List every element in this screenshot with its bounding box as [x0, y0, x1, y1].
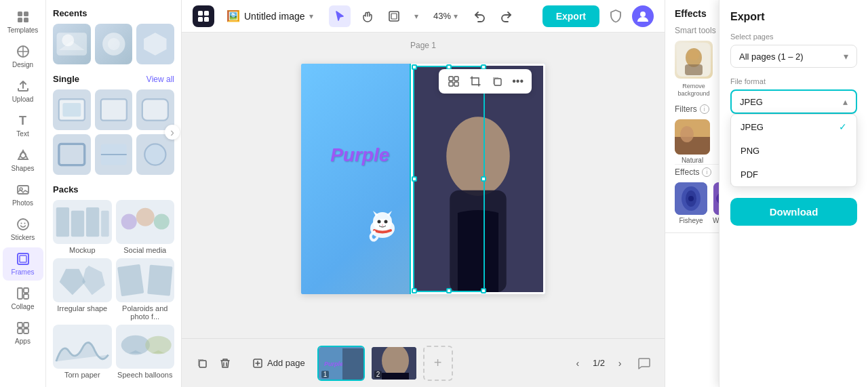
sidebar-item-photos[interactable]: Photos — [3, 178, 43, 211]
chat-button[interactable] — [635, 354, 654, 373]
list-item[interactable] — [136, 24, 174, 64]
sidebar-item-templates[interactable]: Templates — [3, 5, 43, 39]
sidebar-item-text[interactable]: T Text — [3, 109, 43, 142]
canvas-text-purple[interactable]: Purple — [330, 144, 389, 166]
sidebar-item-stickers[interactable]: Stickers — [3, 213, 43, 246]
shield-button[interactable] — [605, 5, 627, 27]
filter-fisheye[interactable]: Fisheye — [675, 182, 707, 224]
frame-select-button[interactable] — [383, 5, 405, 27]
list-item[interactable] — [95, 89, 133, 130]
float-crop-button[interactable] — [466, 72, 485, 91]
redo-button[interactable] — [496, 5, 517, 27]
list-item[interactable] — [136, 89, 174, 130]
project-name: Untitled image — [244, 11, 305, 22]
float-toolbar: ••• — [439, 69, 532, 94]
svg-rect-14 — [24, 294, 28, 299]
page-counter: 1/2 — [593, 358, 605, 368]
project-title[interactable]: 🖼️ Untitled image ▾ — [221, 7, 319, 25]
svg-rect-12 — [18, 288, 22, 299]
sidebar-item-frames[interactable]: Frames — [3, 247, 43, 281]
canvas-page[interactable]: ••• Purple — [301, 64, 545, 294]
sidebar-item-shapes[interactable]: Shapes — [3, 144, 43, 177]
pack-label: Irregular shape — [53, 304, 112, 312]
shapes-icon — [16, 148, 31, 163]
sidebar-item-upload[interactable]: Upload — [3, 75, 43, 108]
next-page-button[interactable]: › — [610, 354, 629, 373]
list-item[interactable] — [53, 89, 91, 130]
float-copy-button[interactable] — [488, 72, 507, 91]
svg-point-31 — [145, 144, 166, 165]
design-icon — [16, 44, 31, 59]
add-page-thumb[interactable]: + — [423, 346, 453, 381]
float-grid-button[interactable] — [444, 72, 463, 91]
file-format-dropdown[interactable]: JPEG ▴ — [730, 89, 857, 114]
svg-rect-35 — [101, 211, 109, 237]
all-pages-dropdown[interactable]: All pages (1 – 2) ▾ — [730, 45, 857, 68]
list-item[interactable] — [95, 24, 133, 64]
list-item[interactable] — [136, 134, 174, 175]
logo-button[interactable] — [193, 5, 214, 27]
svg-text:Purple: Purple — [324, 361, 343, 367]
hand-tool-button[interactable] — [356, 5, 378, 27]
list-item[interactable] — [95, 134, 133, 175]
canvas-cat-sticker[interactable] — [362, 201, 403, 248]
download-button[interactable]: Download — [730, 198, 857, 226]
sidebar-item-collage[interactable]: Collage — [3, 282, 43, 315]
pointer-tool-button[interactable] — [329, 5, 351, 27]
export-button[interactable]: Export — [542, 5, 599, 27]
stickers-label: Stickers — [11, 234, 35, 242]
filters-info-icon[interactable]: i — [700, 104, 709, 114]
file-format-label: File format — [730, 77, 857, 85]
list-item[interactable] — [53, 134, 91, 175]
svg-rect-57 — [449, 82, 453, 86]
page-num-2: 2 — [374, 371, 382, 378]
remove-bg-button[interactable]: Removebackground — [675, 41, 713, 98]
single-header: Single View all — [53, 74, 174, 84]
frames-label: Frames — [12, 268, 35, 277]
zoom-control[interactable]: 43% ▾ — [428, 8, 463, 24]
canvas-container[interactable]: ••• Purple — [182, 33, 665, 338]
upload-label: Upload — [12, 96, 34, 104]
bottom-nav-right: ‹ 1/2 › — [568, 354, 654, 373]
export-panel-title: Export — [730, 11, 857, 23]
list-item[interactable]: Polaroids and photo f... — [116, 258, 175, 321]
top-toolbar: 🖼️ Untitled image ▾ ▾ 43% ▾ — [182, 0, 665, 33]
list-item[interactable]: Speech balloons — [116, 325, 175, 379]
format-option-png[interactable]: PNG — [731, 139, 856, 163]
canvas-area: Page 1 ••• Purp — [182, 33, 665, 338]
delete-button[interactable] — [216, 354, 235, 373]
svg-rect-1 — [24, 12, 28, 16]
format-option-jpeg[interactable]: JPEG ✓ — [731, 115, 856, 139]
export-overlay: Export Select pages All pages (1 – 2) ▾ … — [719, 0, 868, 387]
format-option-pdf[interactable]: PDF — [731, 163, 856, 186]
effects-info-icon[interactable]: i — [702, 167, 711, 177]
svg-rect-47 — [198, 11, 203, 16]
canvas-photo-frame[interactable] — [411, 64, 545, 294]
list-item[interactable]: Irregular shape — [53, 258, 112, 321]
user-avatar[interactable] — [632, 5, 654, 27]
single-next-arrow[interactable]: › — [165, 125, 180, 140]
check-icon: ✓ — [839, 121, 847, 132]
stickers-icon — [16, 217, 31, 232]
undo-button[interactable] — [469, 5, 490, 27]
duplicate-button[interactable] — [193, 354, 212, 373]
sidebar-item-design[interactable]: Design — [3, 40, 43, 73]
frame-dropdown-button[interactable]: ▾ — [410, 5, 422, 27]
canvas-photo-inner — [413, 66, 543, 292]
list-item[interactable]: Social media — [116, 200, 175, 254]
list-item[interactable]: Torn paper — [53, 325, 112, 379]
list-item[interactable]: Mockup — [53, 200, 112, 254]
list-item[interactable] — [53, 24, 91, 64]
svg-point-62 — [378, 220, 381, 223]
chevron-down-icon: ▾ — [414, 12, 418, 21]
view-all-link[interactable]: View all — [146, 75, 174, 84]
prev-page-button[interactable]: ‹ — [568, 354, 587, 373]
float-more-button[interactable]: ••• — [509, 75, 526, 87]
page-thumb-1[interactable]: Purple 1 — [317, 346, 365, 381]
page-thumb-2[interactable]: 2 — [370, 346, 418, 381]
add-page-button[interactable]: Add page — [245, 355, 312, 371]
sidebar-item-apps[interactable]: Apps — [3, 317, 43, 350]
chevron-up-icon: ▴ — [843, 96, 848, 107]
shapes-label: Shapes — [12, 165, 35, 173]
filter-item-natural[interactable]: Natural — [675, 119, 710, 164]
